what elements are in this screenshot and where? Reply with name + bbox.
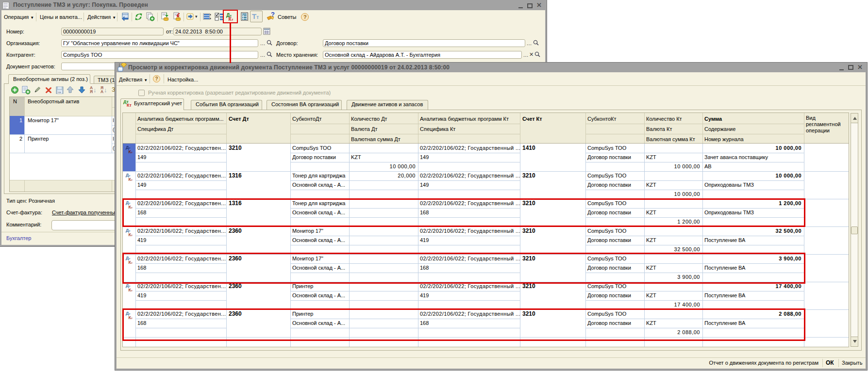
svg-text:?: ? — [271, 12, 275, 18]
svg-text:ток: ток — [58, 91, 62, 94]
